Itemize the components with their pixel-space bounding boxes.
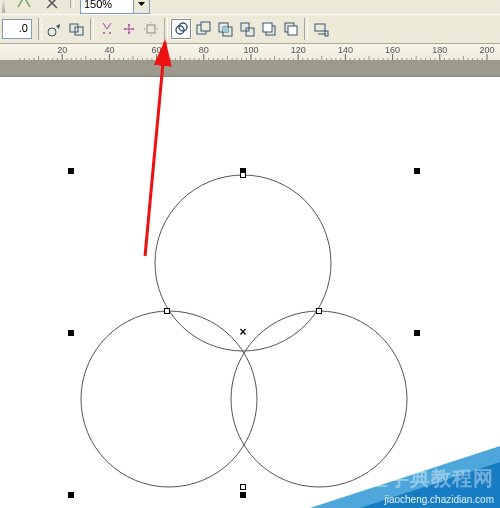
property-value[interactable]: .0 <box>2 19 32 39</box>
ruler-tick-label: 120 <box>291 45 306 55</box>
svg-rect-11 <box>201 22 210 31</box>
selection-handle[interactable] <box>414 168 420 174</box>
tool-icon[interactable] <box>40 0 64 10</box>
work-area[interactable]: × 查字典教程网 jiaocheng.chazidian.com <box>0 60 500 508</box>
selection-center-icon: × <box>239 325 246 339</box>
node-handle[interactable] <box>317 309 322 314</box>
selection-handle[interactable] <box>68 330 74 336</box>
snap-to-objects-icon[interactable] <box>44 18 66 40</box>
trim-button[interactable] <box>192 18 214 40</box>
selection-handle[interactable] <box>414 492 420 498</box>
weld-button[interactable] <box>170 18 192 40</box>
toolbar-shaping: .0 <box>0 14 500 44</box>
svg-rect-21 <box>315 24 325 31</box>
ruler-tick-label: 100 <box>243 45 258 55</box>
svg-rect-14 <box>223 27 228 32</box>
back-minus-front-button[interactable] <box>280 18 302 40</box>
ruler-tick-label: 160 <box>385 45 400 55</box>
node-handle[interactable] <box>241 485 246 490</box>
property-value-text: .0 <box>3 20 31 38</box>
svg-rect-18 <box>263 23 272 32</box>
zoom-input[interactable] <box>81 0 133 13</box>
node-handle[interactable] <box>165 309 170 314</box>
page[interactable]: × <box>0 76 500 508</box>
svg-rect-2 <box>75 27 83 35</box>
create-boundary-button[interactable] <box>310 18 332 40</box>
svg-point-3 <box>103 32 105 34</box>
intersect-button[interactable] <box>214 18 236 40</box>
svg-rect-15 <box>241 23 249 31</box>
zoom-combo[interactable] <box>80 0 150 14</box>
selection-handle[interactable] <box>68 168 74 174</box>
drawing-canvas[interactable]: × <box>0 77 500 508</box>
separator <box>304 18 308 40</box>
svg-point-0 <box>48 28 56 36</box>
zoom-dropdown-icon[interactable] <box>133 0 149 13</box>
svg-rect-16 <box>246 28 254 36</box>
tool-icon[interactable] <box>12 0 36 10</box>
distribute-icon[interactable] <box>118 18 140 40</box>
ruler-tick-label: 20 <box>57 45 67 55</box>
toolbar-grip <box>2 0 8 13</box>
selection-handle[interactable] <box>414 330 420 336</box>
node-handle[interactable] <box>241 173 246 178</box>
selection-handle[interactable] <box>68 492 74 498</box>
transform-icon[interactable] <box>140 18 162 40</box>
ruler-tick-label: 140 <box>338 45 353 55</box>
ruler-tick-label: 80 <box>199 45 209 55</box>
separator <box>90 18 94 40</box>
ruler-tick-label: 60 <box>152 45 162 55</box>
svg-rect-1 <box>70 24 78 32</box>
svg-rect-20 <box>288 26 297 35</box>
separator <box>70 0 74 8</box>
front-minus-back-button[interactable] <box>258 18 280 40</box>
svg-rect-22 <box>325 31 328 36</box>
ruler-tick-label: 180 <box>432 45 447 55</box>
svg-rect-9 <box>147 25 155 33</box>
simplify-button[interactable] <box>236 18 258 40</box>
group-icon[interactable] <box>66 18 88 40</box>
separator <box>164 18 168 40</box>
selection-handle[interactable] <box>240 492 246 498</box>
separator <box>38 18 42 40</box>
align-icon[interactable] <box>96 18 118 40</box>
ruler-tick-label: 40 <box>104 45 114 55</box>
toolbar-top-fragment <box>0 0 500 14</box>
ruler-tick-label: 200 <box>479 45 494 55</box>
svg-point-4 <box>109 32 111 34</box>
